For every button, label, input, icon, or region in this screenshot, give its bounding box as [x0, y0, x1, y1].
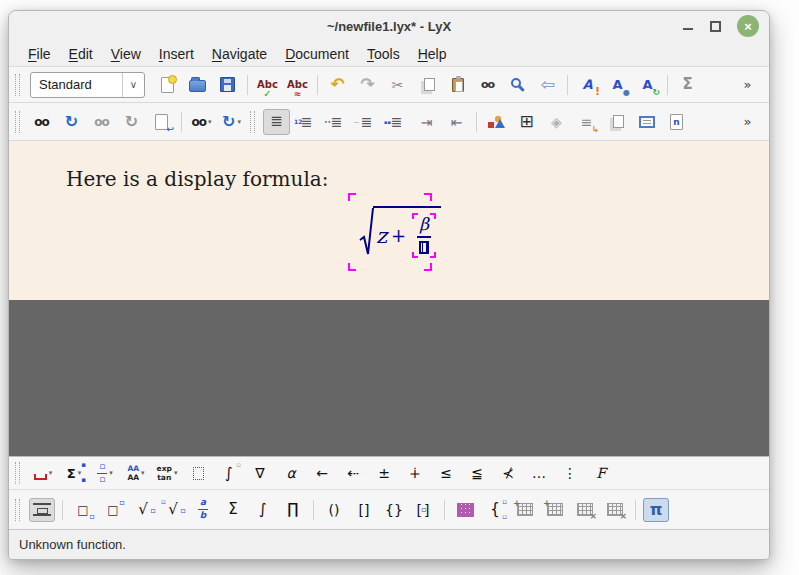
math-negative-relations-button[interactable]: ⊀ [495, 461, 521, 485]
nth-root-button[interactable]: √▫▫ [160, 498, 186, 522]
math-frame-button[interactable]: F [588, 461, 614, 485]
add-row-button[interactable]: + [512, 498, 538, 522]
fraction-denominator[interactable] [419, 238, 429, 254]
braces-button[interactable]: {} [381, 498, 407, 522]
paragraph-style-button[interactable]: ≣ [263, 109, 290, 135]
insert-label-button[interactable]: ◈ [543, 109, 570, 135]
insert-note-button[interactable]: n [663, 109, 690, 135]
menu-insert[interactable]: Insert [150, 43, 203, 65]
view-other-formats-button[interactable]: oo▾ [188, 109, 215, 135]
product-button[interactable]: ∏ [280, 498, 306, 522]
display-formula-toggle[interactable] [29, 498, 55, 522]
update-master-button[interactable]: ↻ [118, 109, 145, 135]
redo-button[interactable]: ↷ [354, 72, 381, 98]
delete-row-button[interactable]: × [572, 498, 598, 522]
maximize-button[interactable] [710, 21, 721, 32]
radicand[interactable]: z + β [373, 206, 441, 258]
empty-math-box[interactable] [419, 241, 429, 254]
fraction-inset[interactable]: β [412, 213, 436, 258]
math-relations-extra-button[interactable]: ≦ [464, 461, 490, 485]
math-fonts-button[interactable]: AAAA▾ [123, 461, 149, 485]
insert-box-button[interactable] [633, 109, 660, 135]
decrease-depth-button[interactable]: ⇤ [443, 109, 470, 135]
noun-button[interactable]: A● [604, 72, 631, 98]
toolbar-drag-handle[interactable] [15, 111, 20, 133]
math-mode-button[interactable]: Σ [674, 72, 701, 98]
toolbar-overflow-button[interactable]: » [734, 72, 761, 98]
save-button[interactable] [214, 72, 241, 98]
toolbar-drag-handle[interactable] [15, 499, 20, 521]
insert-matrix-button[interactable] [452, 498, 478, 522]
menu-help[interactable]: Help [409, 43, 456, 65]
check-spelling-continuously-button[interactable]: Abc≈ [284, 72, 311, 98]
brackets-button[interactable]: [] [351, 498, 377, 522]
document-paragraph[interactable]: Here is a display formula: [66, 167, 328, 191]
math-dotted-arrows-button[interactable]: ⇠ [340, 461, 366, 485]
math-vdots-button[interactable]: ⋮ [557, 461, 583, 485]
integral-button[interactable]: ∫ [250, 498, 276, 522]
cut-button[interactable]: ✂ [384, 72, 411, 98]
math-dots-button[interactable]: … [526, 461, 552, 485]
update-pdf-button[interactable]: ↻ [58, 109, 85, 135]
formula-variable[interactable]: z [376, 224, 387, 248]
insert-graphics-button[interactable] [483, 109, 510, 135]
menu-tools[interactable]: Tools [358, 43, 409, 65]
cancel-export-button[interactable]: ↩ [148, 109, 175, 135]
math-integral-limits-button[interactable]: ∫▫ [216, 461, 242, 485]
insert-citation-button[interactable] [603, 109, 630, 135]
new-document-button[interactable] [154, 72, 181, 98]
menu-view[interactable]: View [102, 43, 150, 65]
document-workarea[interactable]: Here is a display formula: z + [9, 141, 769, 456]
labeling-list-button[interactable]: ≣▪▪ [383, 109, 410, 135]
math-panel-toggle[interactable]: π [643, 498, 669, 522]
toolbar-overflow-button[interactable]: » [734, 109, 761, 135]
math-operators-button[interactable]: ∇ [247, 461, 273, 485]
math-fractions-button[interactable]: ▫▫▾ [92, 461, 118, 485]
view-pdf-button[interactable]: oo [28, 109, 55, 135]
math-arrows-button[interactable]: ← [309, 461, 335, 485]
insert-cases-button[interactable]: {▫▫ [482, 498, 508, 522]
delete-column-button[interactable]: × [602, 498, 628, 522]
square-root-button[interactable]: √▫ [130, 498, 156, 522]
menu-navigate[interactable]: Navigate [203, 43, 276, 65]
math-decorations-button[interactable]: ▾ [30, 461, 56, 485]
math-plus-minus-button[interactable]: ± [371, 461, 397, 485]
close-button[interactable]: × [737, 15, 759, 37]
description-list-button[interactable]: ≣–– [353, 109, 380, 135]
spellcheck-button[interactable]: Abc✓ [254, 72, 281, 98]
parentheses-button[interactable]: () [321, 498, 347, 522]
math-dot-plus-button[interactable]: ∔ [402, 461, 428, 485]
undo-button[interactable]: ↶ [324, 72, 351, 98]
find-advanced-button[interactable] [504, 72, 531, 98]
subscript-button[interactable]: □▫ [70, 498, 96, 522]
insert-table-button[interactable]: ⊞ [513, 109, 540, 135]
menu-file[interactable]: File [19, 43, 60, 65]
increase-depth-button[interactable]: ⇥ [413, 109, 440, 135]
update-other-formats-button[interactable]: ↻▾ [218, 109, 245, 135]
titlebar[interactable]: ~/newfile1.lyx* - LyX × [9, 11, 769, 41]
superscript-button[interactable]: □▫ [100, 498, 126, 522]
menu-document[interactable]: Document [276, 43, 358, 65]
navigate-back-button[interactable]: ⇦ [534, 72, 561, 98]
add-column-button[interactable]: + [542, 498, 568, 522]
toolbar-drag-handle[interactable] [15, 74, 20, 96]
math-big-operators-button[interactable]: Σ▪▪▾ [61, 461, 87, 485]
apply-style-button[interactable]: A↻ [634, 72, 661, 98]
menu-edit[interactable]: Edit [60, 43, 102, 65]
math-greek-button[interactable]: α [278, 461, 304, 485]
minimize-button[interactable] [682, 20, 694, 32]
combo-chevron-icon[interactable]: ∨ [122, 73, 144, 97]
math-spacing-button[interactable] [185, 461, 211, 485]
display-formula-inset[interactable]: z + β [348, 193, 432, 271]
math-functions-button[interactable]: exptan▾ [154, 461, 180, 485]
insert-crossref-button[interactable]: ≡↳ [573, 109, 600, 135]
numbered-list-button[interactable]: ≣12 [293, 109, 320, 135]
copy-button[interactable] [414, 72, 441, 98]
paste-button[interactable] [444, 72, 471, 98]
sum-button[interactable]: Σ [220, 498, 246, 522]
formula-operator[interactable]: + [391, 225, 406, 246]
toolbar-drag-handle[interactable] [250, 111, 255, 133]
math-relations-button[interactable]: ≤ [433, 461, 459, 485]
view-master-button[interactable]: oo [88, 109, 115, 135]
formula-body[interactable]: z + β [359, 206, 441, 258]
